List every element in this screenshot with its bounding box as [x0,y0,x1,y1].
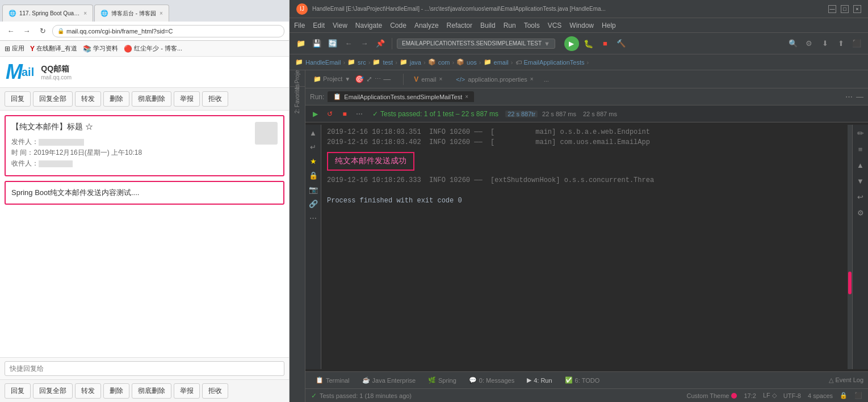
forward-nav-icon[interactable]: → [358,37,371,50]
right-gutter-wrap-icon[interactable]: ↩ [854,191,867,203]
run-stop-btn[interactable]: ■ [338,108,351,120]
menu-vcs[interactable]: VCS [548,22,562,29]
project-settings-icon[interactable]: 🎯 [355,75,364,83]
menu-build[interactable]: Build [480,22,496,29]
project-close-icon[interactable]: — [383,75,391,83]
favorites-label[interactable]: 2: Favorites [293,81,301,117]
run-hist-1[interactable]: 22 s 887tr [505,111,538,117]
bottom-permanent-delete-button[interactable]: 彻底删除 [132,383,171,399]
output-more-icon[interactable]: ⋯ [308,212,318,224]
browser-tab-1[interactable]: 🌐 117. Spring Boot Quartz在Java... × [2,5,93,22]
bottom-reply-all-button[interactable]: 回复全部 [33,383,73,399]
search-everywhere-icon[interactable]: 🔍 [786,37,800,50]
tab-email-close[interactable]: × [439,76,443,82]
project-more-icon[interactable]: ⋯ [375,75,381,83]
favorites-icon[interactable]: 2: Favorites [290,91,305,106]
bottom-tab-terminal[interactable]: 📋 Terminal [310,374,355,386]
forward-button[interactable]: → [20,25,33,37]
settings-icon[interactable]: ⚙ [802,37,816,50]
menu-analyze[interactable]: Analyze [414,22,439,29]
bc-com[interactable]: com [438,59,450,66]
tab-app-properties[interactable]: </> application.properties × [450,71,539,87]
permanent-delete-button[interactable]: 彻底删除 [132,91,171,107]
refresh-button[interactable]: ↻ [36,25,49,37]
project-dropdown-icon[interactable]: ▼ [345,76,350,82]
forward-button-mail[interactable]: 转发 [75,91,101,107]
run-more-btn[interactable]: ⋯ [353,108,366,120]
menu-view[interactable]: View [333,22,347,29]
email-item-selected[interactable]: 【纯文本邮件】标题 ☆ 发件人： 时 间：2019年12月16日(星期一) 上午… [5,115,284,176]
status-encoding[interactable]: UTF-8 [783,392,801,399]
menu-edit[interactable]: Edit [313,22,325,29]
bookmark-youdao[interactable]: Y 在线翻译_有道 [30,44,77,53]
run-minimize-icon[interactable]: — [856,92,863,101]
bottom-report-button[interactable]: 举报 [174,383,200,399]
run-pin-icon[interactable]: ⋯ [845,92,853,101]
menu-code[interactable]: Code [390,22,406,29]
git-push-icon[interactable]: ⬆ [834,37,848,50]
tab-overflow-indicator[interactable]: ... [544,76,549,83]
sync-icon[interactable]: 🔄 [326,37,339,50]
git-update-icon[interactable]: ⬇ [818,37,832,50]
right-gutter-settings-icon[interactable]: ⚙ [854,206,867,219]
output-link-icon[interactable]: 🔗 [307,198,320,210]
bottom-tab-spring[interactable]: 🌿 Spring [422,374,462,386]
run-button[interactable]: ▶ [564,36,579,51]
status-position[interactable]: 17:2 [744,392,756,399]
output-scroll-up[interactable]: ▲ [308,127,318,139]
run-config-selector[interactable]: EMAILAPPLICATIONTESTS.SENDSIMPLEMAIL TES… [397,39,555,49]
output-wrap-icon[interactable]: ↵ [308,141,318,153]
bottom-tab-messages[interactable]: 💬 0: Messages [463,374,520,386]
browser-tab-2[interactable]: 🌐 博客后台 - 博客园 × [94,5,169,22]
right-gutter-down-icon[interactable]: ▼ [854,175,867,187]
stop-button[interactable]: ■ [598,37,612,50]
bookmark-study[interactable]: 📚 学习资料 [83,44,118,53]
menu-window[interactable]: Window [569,22,594,29]
menu-file[interactable]: File [294,22,305,29]
quick-reply-input[interactable] [5,361,284,376]
status-lock-icon[interactable]: 🔒 [840,392,848,399]
status-git-icon[interactable]: ⬛ [854,392,862,399]
bc-uos[interactable]: uos [467,59,477,66]
run-test-tab[interactable]: 📋 EmailApplicationTests.sendSimpleMailTe… [328,91,474,102]
bottom-reject-button[interactable]: 拒收 [202,383,228,399]
right-gutter-pencil-icon[interactable]: ✏ [854,127,867,139]
minimize-button[interactable]: — [828,5,836,13]
event-log-label[interactable]: △ Event Log [829,376,863,383]
bottom-forward-button[interactable]: 转发 [75,383,101,399]
bc-java[interactable]: java [410,59,421,66]
menu-tools[interactable]: Tools [524,22,540,29]
bottom-delete-button[interactable]: 删除 [103,383,129,399]
right-gutter-format-icon[interactable]: ≡ [854,143,867,155]
new-file-icon[interactable]: 📁 [294,37,308,50]
back-button[interactable]: ← [5,25,17,37]
bottom-tab-java-enterprise[interactable]: ☕ Java Enterprise [357,374,421,386]
bc-src[interactable]: src [358,59,366,66]
status-lf[interactable]: LF ◇ [763,392,777,399]
output-scroll-lock[interactable]: 🔒 [307,170,320,181]
build-button[interactable]: 🔨 [614,37,628,50]
bottom-tab-todo[interactable]: ✅ 6: TODO [559,374,606,386]
tab2-close[interactable]: × [160,10,163,16]
bookmark-apps[interactable]: ⊞ 应用 [5,44,24,53]
status-theme[interactable]: Custom Theme [686,392,737,399]
save-icon[interactable]: 💾 [310,37,324,50]
run-config-dropdown-icon[interactable]: ▼ [544,40,550,47]
menu-navigate[interactable]: Navigate [355,22,382,29]
output-star-icon[interactable]: ★ [308,155,318,167]
bc-test[interactable]: test [383,59,393,66]
report-button[interactable]: 举报 [174,91,200,107]
bc-handleemail[interactable]: HandleEmail [305,59,341,66]
bc-class[interactable]: EmailApplicationTests [524,59,585,66]
run-play-btn[interactable]: ▶ [309,108,321,120]
back-nav-icon[interactable]: ← [342,37,355,50]
debug-button[interactable]: 🐛 [581,36,596,51]
reply-button[interactable]: 回复 [5,91,31,107]
status-indent[interactable]: 4 spaces [808,392,833,399]
scrollbar-thumb[interactable] [848,272,852,294]
bc-email[interactable]: email [494,59,509,66]
maximize-button[interactable]: □ [841,5,849,13]
project-expand-icon[interactable]: ⤢ [366,75,372,83]
reply-all-button[interactable]: 回复全部 [33,91,73,107]
bookmark-icon[interactable]: 📌 [374,37,387,50]
